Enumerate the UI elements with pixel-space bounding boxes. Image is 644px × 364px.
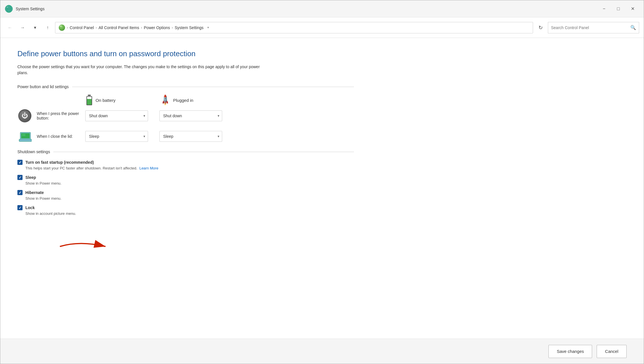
power-button-dropdowns: Do nothing Sleep Hibernate Shut down Tur… [85, 110, 222, 121]
page-heading: Define power buttons and turn on passwor… [17, 49, 354, 58]
column-headers: On battery 🚀 Plugged in [86, 95, 354, 106]
fast-startup-item: ✓ Turn on fast startup (recommended) [17, 160, 354, 165]
power-button-section-header: Power button and lid settings [17, 84, 354, 89]
rocket-icon: 🚀 [158, 93, 173, 108]
breadcrumb-control-panel[interactable]: Control Panel [70, 25, 94, 30]
search-icon: 🔍 [630, 25, 636, 30]
dropdown-button[interactable]: ▾ [30, 23, 40, 33]
hibernate-checkbox[interactable]: ✓ [17, 190, 23, 195]
lock-label: Lock [25, 205, 35, 210]
power-button-icon: ⏻ [18, 109, 31, 122]
svg-point-5 [7, 7, 8, 8]
content-body: Define power buttons and turn on passwor… [0, 38, 371, 232]
power-button-icon-container: ⏻ [17, 108, 32, 123]
lock-desc: Show in account picture menu. [25, 211, 354, 216]
main-content: Define power buttons and turn on passwor… [0, 38, 644, 339]
breadcrumb-sep-1: › [96, 25, 97, 30]
titlebar: System Settings − □ ✕ [0, 0, 644, 17]
refresh-button[interactable]: ↻ [535, 23, 546, 33]
svg-rect-8 [19, 139, 32, 141]
window: System Settings − □ ✕ ← → ▾ ↑ › Control … [0, 0, 644, 364]
breadcrumb-sep-0: › [67, 25, 68, 30]
app-icon [5, 5, 13, 13]
shutdown-section-header: Shutdown settings [17, 149, 354, 154]
learn-more-link[interactable]: Learn More [139, 166, 158, 170]
lock-item: ✓ Lock [17, 205, 354, 210]
globe-icon [59, 25, 65, 31]
lock-checkbox[interactable]: ✓ [17, 205, 23, 210]
power-button-plugged-wrapper: Do nothing Sleep Hibernate Shut down Tur… [159, 110, 222, 121]
search-box: 🔍 [548, 22, 639, 33]
lid-plugged-wrapper: Do nothing Sleep Hibernate Shut down ▾ [159, 131, 222, 142]
up-button[interactable]: ↑ [42, 23, 53, 33]
power-button-section-title: Power button and lid settings [17, 84, 69, 89]
hibernate-row: ✓ Hibernate Show in Power menu. [17, 190, 354, 201]
col-plugged-label: Plugged in [173, 98, 193, 103]
laptop-icon [18, 131, 32, 142]
sleep-desc: Show in Power menu. [25, 181, 354, 185]
lid-row: When I close the lid: Do nothing Sleep H… [17, 129, 354, 144]
sleep-label: Sleep [25, 175, 36, 180]
sleep-row: ✓ Sleep Show in Power menu. [17, 175, 354, 185]
lid-label: When I close the lid: [37, 134, 85, 139]
cancel-button[interactable]: Cancel [597, 345, 627, 358]
power-button-battery-select[interactable]: Do nothing Sleep Hibernate Shut down Tur… [85, 110, 148, 121]
battery-icon [86, 95, 93, 106]
lid-battery-select[interactable]: Do nothing Sleep Hibernate Shut down [85, 131, 148, 142]
power-button-label: When I press the power button: [37, 111, 85, 120]
power-button-row: ⏻ When I press the power button: Do noth… [17, 108, 354, 123]
col-header-battery: On battery [86, 95, 149, 106]
bottom-bar: Save changes Cancel [0, 339, 644, 364]
lid-battery-wrapper: Do nothing Sleep Hibernate Shut down ▾ [85, 131, 148, 142]
svg-rect-9 [22, 134, 25, 136]
shutdown-section: Shutdown settings ✓ Turn on fast startup… [17, 149, 354, 216]
close-button[interactable]: ✕ [626, 4, 639, 14]
maximize-button[interactable]: □ [612, 4, 625, 14]
lid-icon-container [17, 129, 32, 144]
sleep-item: ✓ Sleep [17, 175, 354, 180]
col-battery-label: On battery [96, 98, 116, 103]
breadcrumb: › Control Panel › All Control Panel Item… [55, 22, 533, 33]
titlebar-left: System Settings [5, 5, 44, 13]
window-title: System Settings [16, 7, 44, 11]
minimize-button[interactable]: − [598, 4, 611, 14]
breadcrumb-sep-3: › [172, 25, 173, 30]
save-changes-button[interactable]: Save changes [548, 345, 592, 358]
breadcrumb-system-settings[interactable]: System Settings [175, 25, 203, 30]
search-input[interactable] [551, 25, 628, 30]
fast-startup-desc: This helps start your PC faster after sh… [25, 166, 354, 170]
battery-cap [88, 95, 91, 96]
lid-dropdowns: Do nothing Sleep Hibernate Shut down ▾ D… [85, 131, 222, 142]
section-divider-1 [72, 87, 354, 87]
lid-plugged-select[interactable]: Do nothing Sleep Hibernate Shut down [159, 131, 222, 142]
power-button-plugged-select[interactable]: Do nothing Sleep Hibernate Shut down Tur… [159, 110, 222, 121]
battery-fill [87, 99, 92, 105]
hibernate-desc: Show in Power menu. [25, 196, 354, 201]
col-header-plugged: 🚀 Plugged in [160, 95, 223, 106]
lock-row: ✓ Lock Show in account picture menu. [17, 205, 354, 216]
breadcrumb-power-options[interactable]: Power Options [144, 25, 170, 30]
power-button-battery-wrapper: Do nothing Sleep Hibernate Shut down Tur… [85, 110, 148, 121]
fast-startup-row: ✓ Turn on fast startup (recommended) Thi… [17, 160, 354, 170]
hibernate-label: Hibernate [25, 190, 44, 195]
navbar: ← → ▾ ↑ › Control Panel › All Control Pa… [0, 17, 644, 38]
breadcrumb-dropdown-icon[interactable]: ▾ [205, 25, 211, 31]
fast-startup-label: Turn on fast startup (recommended) [25, 160, 94, 165]
section-divider-2 [53, 152, 354, 152]
shutdown-section-title: Shutdown settings [17, 149, 50, 154]
forward-button[interactable]: → [17, 23, 28, 33]
page-description: Choose the power settings that you want … [17, 64, 263, 76]
titlebar-controls: − □ ✕ [598, 4, 639, 14]
breadcrumb-all-items[interactable]: All Control Panel Items [99, 25, 139, 30]
breadcrumb-sep-2: › [141, 25, 142, 30]
hibernate-item: ✓ Hibernate [17, 190, 354, 195]
fast-startup-checkbox[interactable]: ✓ [17, 160, 23, 165]
back-button[interactable]: ← [5, 23, 15, 33]
sleep-checkbox[interactable]: ✓ [17, 175, 23, 180]
battery-body [86, 96, 92, 105]
